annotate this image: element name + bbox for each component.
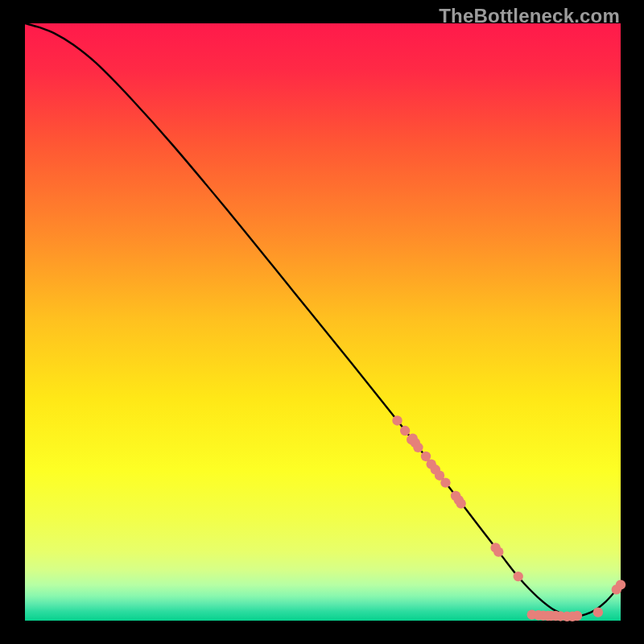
sample-point: [616, 580, 625, 589]
sample-points: [392, 415, 625, 621]
sample-point: [493, 547, 503, 556]
sample-point: [456, 498, 465, 508]
sample-point: [400, 426, 410, 436]
sample-point: [514, 572, 523, 581]
sample-point: [440, 477, 450, 487]
bottleneck-curve: [25, 23, 621, 617]
sample-point: [392, 415, 402, 425]
sample-point: [593, 607, 603, 617]
plot-area: [25, 23, 621, 621]
sample-point: [572, 611, 582, 621]
sample-point: [413, 443, 423, 452]
chart-frame: TheBottleneck.com: [0, 0, 644, 644]
chart-svg: [25, 23, 621, 621]
